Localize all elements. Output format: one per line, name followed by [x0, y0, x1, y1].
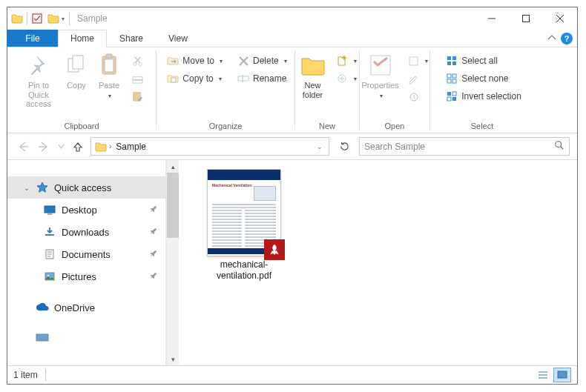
- svg-rect-32: [45, 206, 55, 213]
- paste-button[interactable]: Paste ▾: [93, 49, 125, 109]
- copy-path-button[interactable]: [128, 70, 146, 87]
- sidebar-onedrive[interactable]: OneDrive: [7, 296, 165, 319]
- delete-icon: [237, 55, 249, 67]
- close-button[interactable]: [543, 7, 577, 30]
- recent-locations-button[interactable]: [56, 139, 65, 155]
- sidebar-item-label: Desktop: [62, 205, 97, 216]
- svg-rect-17: [409, 57, 418, 65]
- file-list[interactable]: Mechanical Ventilation: [179, 160, 577, 365]
- svg-rect-28: [452, 92, 456, 96]
- delete-button[interactable]: Delete▾: [234, 52, 290, 70]
- sidebar-item-label: Documents: [62, 249, 111, 260]
- up-button[interactable]: [70, 139, 86, 155]
- breadcrumb-item[interactable]: Sample: [113, 142, 149, 152]
- properties-label: Properties: [361, 81, 398, 90]
- invert-selection-button[interactable]: Invert selection: [443, 87, 524, 105]
- pdf-thumbnail: Mechanical Ventilation: [207, 169, 281, 256]
- edit-button[interactable]: [405, 70, 431, 87]
- copy-to-button[interactable]: Copy to▾: [164, 70, 225, 87]
- help-icon[interactable]: ?: [561, 33, 573, 44]
- cut-button[interactable]: [128, 52, 146, 70]
- qat-properties-icon[interactable]: [29, 10, 45, 27]
- pdf-badge-icon: [264, 239, 285, 260]
- rename-button[interactable]: Rename: [234, 70, 290, 87]
- sidebar-item-desktop[interactable]: Desktop: [7, 199, 165, 221]
- paste-shortcut-button[interactable]: [128, 87, 146, 105]
- new-item-button[interactable]: ▾: [334, 52, 360, 70]
- tab-file[interactable]: File: [7, 30, 58, 47]
- select-none-button[interactable]: Select none: [443, 70, 524, 87]
- svg-rect-13: [238, 76, 248, 81]
- ribbon-collapse-icon[interactable]: [547, 32, 556, 45]
- history-icon: [408, 90, 420, 102]
- copy-path-icon: [131, 73, 143, 84]
- svg-rect-6: [105, 59, 113, 72]
- tab-home[interactable]: Home: [58, 30, 107, 47]
- back-button[interactable]: [15, 139, 31, 155]
- svg-rect-36: [36, 334, 48, 341]
- open-icon: [408, 55, 420, 67]
- maximize-button[interactable]: [509, 7, 543, 30]
- sidebar-item-pictures[interactable]: Pictures: [7, 265, 165, 288]
- open-button[interactable]: ▾: [405, 52, 431, 70]
- pin-to-quick-access-button[interactable]: Pin to Quick access: [17, 49, 60, 109]
- file-label: mechanical-ventilation.pdf: [196, 259, 292, 282]
- forward-button[interactable]: [36, 139, 52, 155]
- view-thumbnails-button[interactable]: [553, 368, 571, 382]
- sidebar-item-downloads[interactable]: Downloads: [7, 221, 165, 243]
- address-bar[interactable]: › Sample ⌄: [90, 137, 329, 156]
- new-folder-icon: [300, 52, 326, 79]
- new-folder-button[interactable]: New folder: [295, 49, 331, 99]
- new-item-icon: [337, 55, 349, 67]
- scroll-up-button[interactable]: ▴: [167, 160, 179, 173]
- status-bar: 1 item: [7, 365, 577, 384]
- onedrive-label: OneDrive: [54, 302, 95, 313]
- sidebar-this-pc[interactable]: [7, 328, 165, 350]
- view-details-button[interactable]: [534, 368, 552, 382]
- status-text: 1 item: [13, 370, 38, 380]
- scroll-down-button[interactable]: ▾: [167, 353, 179, 365]
- nav-scrollbar[interactable]: ▴ ▾: [166, 160, 179, 365]
- move-to-button[interactable]: Move to▾: [164, 52, 225, 70]
- chevron-right-icon[interactable]: ›: [108, 142, 113, 150]
- svg-rect-29: [447, 97, 451, 101]
- tab-share[interactable]: Share: [107, 30, 156, 47]
- svg-rect-19: [447, 56, 451, 60]
- minimize-button[interactable]: [475, 7, 509, 30]
- easy-access-button[interactable]: ▾: [334, 70, 360, 87]
- svg-rect-24: [452, 74, 456, 78]
- sidebar-item-label: Pictures: [62, 271, 96, 282]
- copy-button[interactable]: Copy: [60, 49, 93, 109]
- history-button[interactable]: [405, 87, 431, 105]
- tab-view[interactable]: View: [156, 30, 200, 47]
- sidebar-item-documents[interactable]: Documents: [7, 243, 165, 265]
- pin-icon: [147, 248, 159, 261]
- file-item[interactable]: Mechanical Ventilation: [192, 169, 296, 282]
- new-folder-label: New folder: [295, 81, 331, 99]
- search-placeholder: Search Sample: [364, 142, 425, 152]
- sidebar-item-label: Downloads: [62, 227, 109, 238]
- chevron-down-icon[interactable]: ⌄: [24, 184, 30, 192]
- rename-label: Rename: [253, 73, 286, 84]
- copy-label: Copy: [67, 81, 86, 90]
- select-all-button[interactable]: Select all: [443, 52, 524, 70]
- svg-point-31: [556, 142, 562, 147]
- scroll-thumb[interactable]: [167, 173, 179, 238]
- refresh-button[interactable]: [334, 137, 355, 156]
- pictures-icon: [43, 270, 56, 283]
- sidebar-quick-access[interactable]: ⌄ Quick access: [7, 176, 165, 199]
- properties-icon: [368, 52, 393, 79]
- move-to-label: Move to: [182, 56, 214, 66]
- properties-button[interactable]: Properties ▾: [359, 49, 402, 105]
- group-open-label: Open: [385, 122, 405, 130]
- qat-dropdown[interactable]: ▾: [62, 16, 65, 22]
- svg-rect-1: [523, 16, 530, 22]
- svg-point-7: [133, 62, 136, 65]
- invert-selection-label: Invert selection: [461, 91, 521, 102]
- address-dropdown[interactable]: ⌄: [312, 143, 327, 150]
- svg-rect-3: [73, 56, 83, 69]
- select-none-icon: [446, 73, 458, 84]
- folder-small-icon[interactable]: [45, 10, 62, 27]
- search-box[interactable]: Search Sample: [359, 137, 570, 156]
- onedrive-icon: [36, 301, 49, 314]
